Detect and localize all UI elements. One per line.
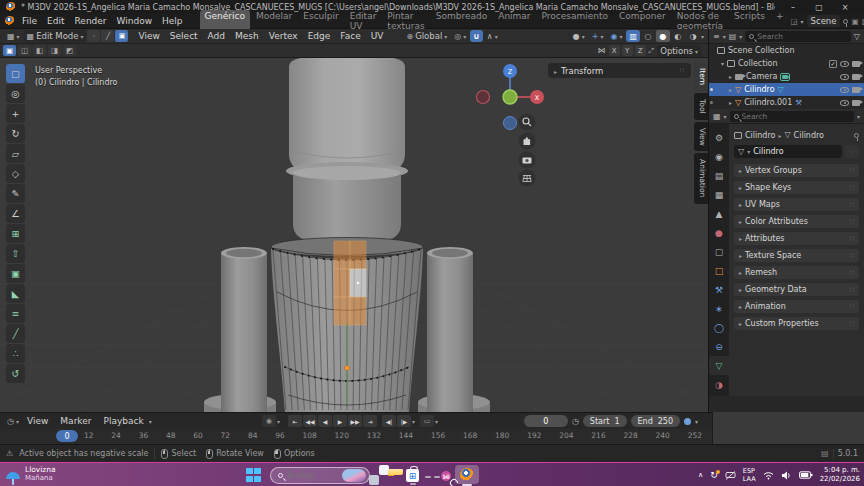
panel-grip-icon[interactable]: ∷ bbox=[850, 201, 854, 209]
panel-grip-icon[interactable]: ∷ bbox=[850, 286, 854, 294]
chevron-down-icon[interactable] bbox=[695, 416, 698, 426]
properties-search-input[interactable] bbox=[742, 112, 850, 121]
shading-dropdown-icon[interactable] bbox=[701, 31, 704, 41]
playback-button[interactable]: ▶▶ bbox=[348, 415, 362, 427]
wifi-icon[interactable] bbox=[763, 471, 774, 480]
add-cube-tool[interactable]: ⊞ bbox=[6, 224, 25, 243]
outliner-search-input[interactable] bbox=[757, 32, 847, 41]
weather-widget[interactable]: Llovizna Mañana bbox=[6, 465, 56, 483]
panel-grip-icon[interactable]: ∷ bbox=[850, 252, 854, 260]
cursor-tool[interactable]: ◎ bbox=[6, 84, 25, 103]
properties-panel[interactable]: UV Maps ∷ bbox=[734, 198, 859, 211]
search-highlight-image[interactable] bbox=[342, 469, 366, 482]
hide-eye-icon[interactable] bbox=[840, 87, 849, 93]
extrude-region-tool[interactable]: ⇧ bbox=[6, 244, 25, 263]
frame-step-button[interactable]: ◀| bbox=[382, 415, 396, 427]
mirror-axis-button[interactable]: Z bbox=[635, 45, 646, 56]
transform-panel[interactable]: Transform ∷ bbox=[548, 63, 691, 78]
physics-tab[interactable]: ◯ bbox=[709, 318, 729, 337]
disable-render-icon[interactable] bbox=[852, 61, 860, 67]
wireframe-shading-button[interactable] bbox=[641, 30, 655, 42]
viewport-menu[interactable]: View bbox=[133, 30, 164, 42]
properties-search[interactable] bbox=[730, 111, 854, 122]
solid-shading-button[interactable] bbox=[656, 30, 670, 42]
editor-type-button[interactable] bbox=[4, 30, 23, 42]
mirror-axis-button[interactable]: X bbox=[609, 45, 620, 56]
properties-panel[interactable]: Shape Keys ∷ bbox=[734, 181, 859, 194]
outliner-row-collection[interactable]: Collection bbox=[709, 57, 864, 70]
disable-render-icon[interactable] bbox=[852, 74, 860, 80]
keying-set-icon[interactable] bbox=[684, 418, 691, 425]
outliner-row-camera[interactable]: Camera bbox=[709, 70, 864, 83]
frame-step-button[interactable]: |▶ bbox=[397, 415, 411, 427]
3d-viewport[interactable]: Z X ▢◎+↻▱◇✎∠⊞⇧▣◣≡╱∴↺ User Perspective (0… bbox=[0, 58, 708, 412]
volume-icon[interactable] bbox=[781, 471, 792, 480]
view-layer-tab[interactable]: ▦ bbox=[709, 185, 729, 204]
snap-toggle[interactable] bbox=[470, 30, 483, 42]
disable-render-icon[interactable] bbox=[852, 87, 860, 93]
viewport-menu[interactable]: Add bbox=[203, 30, 230, 42]
topbar-menu[interactable]: Render bbox=[70, 15, 112, 27]
chevron-down-icon[interactable] bbox=[724, 111, 727, 121]
taskbar-search-input[interactable] bbox=[287, 471, 338, 480]
constraints-tab[interactable]: ⊖ bbox=[709, 337, 729, 356]
outliner-row-cilindro-001[interactable]: ▽ Cilindro.001 bbox=[709, 96, 864, 109]
exclude-checkbox[interactable] bbox=[829, 60, 837, 68]
panel-grip-icon[interactable]: ∷ bbox=[850, 269, 854, 277]
mirror-axis-button[interactable]: Y bbox=[622, 45, 633, 56]
language-indicator[interactable]: ESP LAA bbox=[743, 467, 756, 483]
start-button[interactable] bbox=[246, 468, 261, 483]
tool-tab[interactable]: ⚙ bbox=[709, 128, 729, 147]
filter-icon[interactable] bbox=[854, 32, 860, 41]
sidebar-tab[interactable]: Tool bbox=[694, 93, 708, 120]
preview-range-button[interactable]: ▭ bbox=[420, 415, 434, 427]
modifiers-tab[interactable]: ⚒ bbox=[709, 280, 729, 299]
edge-select-button[interactable] bbox=[101, 30, 114, 42]
transform-tool[interactable]: ◇ bbox=[6, 164, 25, 183]
scene-tab[interactable]: ▲ bbox=[709, 204, 729, 223]
hidden-icons-chevron[interactable]: ∧ bbox=[698, 471, 703, 479]
datablock-name-field[interactable]: ▽ Cilindro bbox=[734, 145, 842, 158]
lasso-select-mode[interactable]: ◨ bbox=[48, 45, 61, 56]
tweak-select-mode[interactable]: ▣ bbox=[3, 45, 16, 56]
data-tab[interactable]: ▽ bbox=[709, 356, 729, 375]
playhead[interactable]: 0 bbox=[56, 430, 78, 442]
inset-faces-tool[interactable]: ▣ bbox=[6, 264, 25, 283]
panel-grip-icon[interactable]: ∷ bbox=[850, 167, 854, 175]
sidebar-tab[interactable]: View bbox=[694, 122, 708, 152]
timeline-editor-type-button[interactable] bbox=[4, 415, 22, 427]
display-off-icon[interactable] bbox=[725, 471, 736, 480]
panel-grip-icon[interactable]: ∷ bbox=[850, 303, 854, 311]
properties-panel[interactable]: Animation ∷ bbox=[734, 300, 859, 313]
close-button[interactable]: × bbox=[832, 3, 858, 12]
knife-tool[interactable]: ╱ bbox=[6, 324, 25, 343]
chevron-down-icon[interactable] bbox=[723, 31, 726, 41]
overlays-dropdown[interactable] bbox=[607, 30, 625, 42]
move-tool[interactable]: + bbox=[6, 104, 25, 123]
output-tab[interactable]: ▤ bbox=[709, 166, 729, 185]
chevron-down-icon[interactable] bbox=[149, 416, 152, 426]
topbar-menu[interactable]: Help bbox=[157, 15, 188, 27]
outliner-display-mode-icon[interactable] bbox=[713, 32, 720, 41]
render-tab[interactable]: ◉ bbox=[709, 147, 729, 166]
panel-grip-icon[interactable]: ∷ bbox=[850, 320, 854, 328]
playback-button[interactable]: ⇤ bbox=[288, 415, 302, 427]
outliner-search[interactable] bbox=[745, 31, 851, 42]
pin-icon[interactable] bbox=[843, 19, 848, 24]
properties-panel[interactable]: Custom Properties ∷ bbox=[734, 317, 859, 330]
circle-select-mode[interactable]: ◧ bbox=[33, 45, 46, 56]
battery-icon[interactable] bbox=[799, 471, 813, 479]
playback-button[interactable]: ◀ bbox=[318, 415, 332, 427]
properties-panel[interactable]: Vertex Groups ∷ bbox=[734, 164, 859, 177]
playback-button[interactable]: ⇥ bbox=[363, 415, 377, 427]
pivot-dropdown[interactable] bbox=[451, 30, 469, 42]
panel-grip-icon[interactable]: ∷ bbox=[850, 184, 854, 192]
clock-widget[interactable]: 5:04 p. m. 22/02/2026 bbox=[820, 466, 860, 484]
vertex-select-button[interactable] bbox=[87, 30, 100, 42]
expand-icon[interactable] bbox=[729, 85, 732, 94]
chevron-down-icon[interactable] bbox=[801, 16, 804, 26]
topbar-menu[interactable]: File bbox=[17, 15, 42, 27]
topbar-menu[interactable]: Edit bbox=[42, 15, 69, 27]
outliner-row-scene-collection[interactable]: Scene Collection bbox=[709, 44, 864, 57]
hide-eye-icon[interactable] bbox=[840, 61, 849, 67]
